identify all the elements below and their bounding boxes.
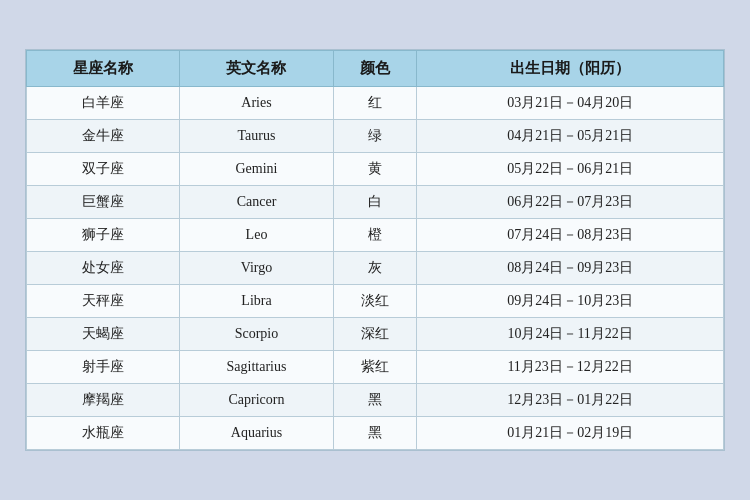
header-color: 颜色 bbox=[333, 51, 417, 87]
cell-chinese: 天秤座 bbox=[27, 285, 180, 318]
cell-chinese: 双子座 bbox=[27, 153, 180, 186]
cell-color: 黑 bbox=[333, 417, 417, 450]
cell-date: 07月24日－08月23日 bbox=[417, 219, 724, 252]
table-row: 摩羯座Capricorn黑12月23日－01月22日 bbox=[27, 384, 724, 417]
cell-color: 黑 bbox=[333, 384, 417, 417]
table-row: 双子座Gemini黄05月22日－06月21日 bbox=[27, 153, 724, 186]
cell-date: 03月21日－04月20日 bbox=[417, 87, 724, 120]
cell-color: 紫红 bbox=[333, 351, 417, 384]
cell-date: 10月24日－11月22日 bbox=[417, 318, 724, 351]
cell-chinese: 金牛座 bbox=[27, 120, 180, 153]
cell-english: Taurus bbox=[180, 120, 333, 153]
table-row: 天蝎座Scorpio深红10月24日－11月22日 bbox=[27, 318, 724, 351]
cell-date: 12月23日－01月22日 bbox=[417, 384, 724, 417]
cell-chinese: 巨蟹座 bbox=[27, 186, 180, 219]
cell-color: 深红 bbox=[333, 318, 417, 351]
cell-english: Aries bbox=[180, 87, 333, 120]
cell-english: Gemini bbox=[180, 153, 333, 186]
cell-color: 灰 bbox=[333, 252, 417, 285]
header-chinese: 星座名称 bbox=[27, 51, 180, 87]
cell-color: 橙 bbox=[333, 219, 417, 252]
cell-english: Cancer bbox=[180, 186, 333, 219]
cell-date: 01月21日－02月19日 bbox=[417, 417, 724, 450]
cell-chinese: 射手座 bbox=[27, 351, 180, 384]
cell-date: 06月22日－07月23日 bbox=[417, 186, 724, 219]
cell-date: 08月24日－09月23日 bbox=[417, 252, 724, 285]
cell-date: 05月22日－06月21日 bbox=[417, 153, 724, 186]
cell-color: 绿 bbox=[333, 120, 417, 153]
table-row: 天秤座Libra淡红09月24日－10月23日 bbox=[27, 285, 724, 318]
table-header-row: 星座名称 英文名称 颜色 出生日期（阳历） bbox=[27, 51, 724, 87]
table-row: 白羊座Aries红03月21日－04月20日 bbox=[27, 87, 724, 120]
cell-chinese: 摩羯座 bbox=[27, 384, 180, 417]
table-row: 巨蟹座Cancer白06月22日－07月23日 bbox=[27, 186, 724, 219]
cell-english: Sagittarius bbox=[180, 351, 333, 384]
cell-english: Leo bbox=[180, 219, 333, 252]
cell-date: 04月21日－05月21日 bbox=[417, 120, 724, 153]
cell-color: 黄 bbox=[333, 153, 417, 186]
cell-chinese: 处女座 bbox=[27, 252, 180, 285]
table-row: 射手座Sagittarius紫红11月23日－12月22日 bbox=[27, 351, 724, 384]
cell-chinese: 狮子座 bbox=[27, 219, 180, 252]
cell-english: Aquarius bbox=[180, 417, 333, 450]
cell-english: Capricorn bbox=[180, 384, 333, 417]
table-row: 狮子座Leo橙07月24日－08月23日 bbox=[27, 219, 724, 252]
table-row: 水瓶座Aquarius黑01月21日－02月19日 bbox=[27, 417, 724, 450]
cell-english: Scorpio bbox=[180, 318, 333, 351]
header-date: 出生日期（阳历） bbox=[417, 51, 724, 87]
cell-color: 红 bbox=[333, 87, 417, 120]
table-row: 金牛座Taurus绿04月21日－05月21日 bbox=[27, 120, 724, 153]
cell-color: 淡红 bbox=[333, 285, 417, 318]
cell-chinese: 水瓶座 bbox=[27, 417, 180, 450]
cell-color: 白 bbox=[333, 186, 417, 219]
table-row: 处女座Virgo灰08月24日－09月23日 bbox=[27, 252, 724, 285]
cell-english: Libra bbox=[180, 285, 333, 318]
cell-english: Virgo bbox=[180, 252, 333, 285]
zodiac-table: 星座名称 英文名称 颜色 出生日期（阳历） 白羊座Aries红03月21日－04… bbox=[26, 50, 724, 450]
cell-chinese: 白羊座 bbox=[27, 87, 180, 120]
cell-chinese: 天蝎座 bbox=[27, 318, 180, 351]
cell-date: 09月24日－10月23日 bbox=[417, 285, 724, 318]
cell-date: 11月23日－12月22日 bbox=[417, 351, 724, 384]
header-english: 英文名称 bbox=[180, 51, 333, 87]
zodiac-table-container: 星座名称 英文名称 颜色 出生日期（阳历） 白羊座Aries红03月21日－04… bbox=[25, 49, 725, 451]
